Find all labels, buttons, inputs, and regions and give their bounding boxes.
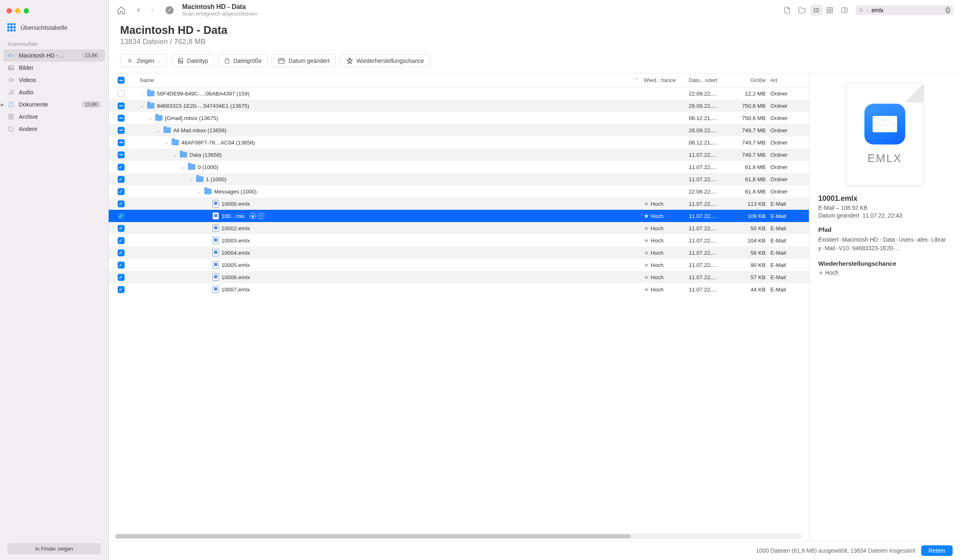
home-button[interactable] [115, 4, 127, 16]
svg-point-6 [12, 93, 13, 94]
column-header-date[interactable]: Datu…ndert [689, 77, 730, 83]
table-row[interactable]: ✓10003.emlx★ Hoch11.07.22,…104 KBE-Mail [109, 234, 809, 247]
drive-icon [7, 52, 15, 59]
disclosure-triangle[interactable]: ⌄ [148, 116, 153, 120]
table-row[interactable]: ✓⌄1 (1000)11.07.22,…61,8 MBOrdner [109, 173, 809, 185]
grid-view-button[interactable] [824, 4, 836, 16]
table-row[interactable]: ✓10006.emlx★ Hoch11.07.22,…57 KBE-Mail [109, 271, 809, 283]
row-checkbox[interactable] [118, 127, 125, 134]
table-row[interactable]: ✓10007.emlx★ Hoch11.07.22,…44 KBE-Mail [109, 283, 809, 296]
disclosure-triangle[interactable]: ⌄ [156, 128, 161, 133]
recover-button[interactable]: Retten [921, 545, 953, 556]
table-row[interactable]: ⌄94683323-1E20-…547434E1 (13675)26.09.22… [109, 100, 809, 112]
disclosure-triangle[interactable]: ⌄ [181, 165, 185, 169]
row-checkbox[interactable]: ✓ [118, 200, 125, 207]
row-checkbox[interactable]: ✓ [118, 225, 125, 232]
column-header-type[interactable]: Art [770, 77, 803, 83]
mail-file-icon [212, 261, 219, 269]
disclosure-triangle[interactable]: ⌄ [172, 153, 177, 157]
search-field[interactable]: ✕ [855, 5, 953, 15]
svg-point-27 [130, 61, 131, 62]
path-breadcrumb: Existiert›Macintosh HD - Data›Users›alex… [818, 236, 951, 253]
svg-point-26 [129, 60, 129, 60]
folder-icon [155, 115, 163, 121]
clear-search-button[interactable]: ✕ [945, 7, 950, 13]
filesize-filter-button[interactable]: Dateigröße [218, 54, 268, 67]
minimize-window-button[interactable] [15, 8, 20, 13]
file-icon [177, 57, 184, 64]
row-checkbox[interactable] [118, 139, 125, 146]
hex-icon[interactable]: # [258, 213, 264, 219]
table-row[interactable]: ✓10004.emlx★ Hoch11.07.22,…56 KBE-Mail [109, 247, 809, 259]
file-name: 10003.emlx [221, 238, 250, 244]
sidebar-item-doc[interactable]: ▶Dokumente13,8K [3, 98, 105, 111]
row-checkbox[interactable]: ✓ [118, 213, 125, 220]
disclosure-triangle[interactable]: ⌄ [140, 104, 145, 108]
archive-icon [7, 113, 15, 120]
overview-button[interactable]: Übersichtstabelle [0, 20, 108, 35]
file-name: 10006.emlx [221, 274, 250, 280]
filetype-filter-button[interactable]: Dateityp [171, 54, 214, 67]
column-header-size[interactable]: Größe [730, 77, 770, 83]
new-file-button[interactable] [781, 4, 793, 16]
back-button[interactable] [132, 4, 145, 16]
table-row[interactable]: ✓⌄0 (1000)11.07.22,…61,8 MBOrdner [109, 161, 809, 173]
status-indicator: ✓ [163, 4, 176, 16]
row-checkbox[interactable]: ✓ [118, 262, 125, 269]
sidebar-item-drive[interactable]: Macintosh HD -…13,8K [3, 49, 105, 62]
table-row[interactable]: ⌄[Gmail].mbox (13675)06.12.21,…750,6 MBO… [109, 112, 809, 124]
close-window-button[interactable] [7, 8, 12, 13]
svg-point-29 [179, 60, 180, 61]
table-row[interactable]: ✓100…mlx◉#★ Hoch11.07.22,…109 KBE-Mail [109, 210, 809, 222]
sidebar-item-label: Archive [19, 113, 101, 120]
column-header-chance[interactable]: Wied…hance [644, 77, 689, 83]
disclosure-triangle[interactable]: ⌄ [189, 177, 194, 182]
sidebar-item-image[interactable]: Bilder [3, 62, 105, 74]
row-checkbox[interactable] [118, 90, 125, 97]
row-checkbox[interactable]: ✓ [118, 164, 125, 171]
row-checkbox[interactable] [118, 151, 125, 158]
maximize-window-button[interactable] [24, 8, 29, 13]
star-icon: ★ [644, 262, 649, 268]
other-icon [7, 125, 15, 133]
search-input[interactable] [871, 7, 943, 13]
row-checkbox[interactable]: ✓ [118, 274, 125, 281]
list-view-button[interactable] [810, 4, 823, 16]
show-in-finder-button[interactable]: In Finder zeigen [7, 543, 101, 554]
select-all-checkbox[interactable] [118, 77, 125, 84]
table-row[interactable]: ✓10000.emlx★ Hoch11.07.22,…113 KBE-Mail [109, 198, 809, 210]
horizontal-scrollbar[interactable] [115, 533, 802, 539]
disclosure-triangle[interactable]: ⌄ [164, 140, 169, 145]
scan-status: Scan erfolgreich abgeschlossen [182, 11, 776, 17]
row-checkbox[interactable] [118, 115, 125, 122]
row-checkbox[interactable]: ✓ [118, 188, 125, 195]
sidebar-item-archive[interactable]: Archive [3, 111, 105, 123]
show-filter-button[interactable]: Zeigen ⌄ [120, 54, 167, 67]
table-row[interactable]: ✓10002.emlx★ Hoch11.07.22,…50 KBE-Mail [109, 222, 809, 234]
folder-button[interactable] [796, 4, 808, 16]
row-checkbox[interactable]: ✓ [118, 237, 125, 244]
row-checkbox[interactable]: ✓ [118, 286, 125, 293]
column-header-name[interactable]: Name⌃ [133, 77, 644, 83]
table-row[interactable]: ⌄All Mail.mbox (13658)26.09.22,…749,7 MB… [109, 124, 809, 136]
row-checkbox[interactable] [118, 102, 125, 109]
row-checkbox[interactable]: ✓ [118, 176, 125, 183]
sidebar-item-video[interactable]: Videos [3, 74, 105, 86]
document-icon [224, 57, 230, 64]
table-row[interactable]: ⌄Data (13658)11.07.22,…749,7 MBOrdner [109, 149, 809, 161]
recovery-chance-filter-button[interactable]: Wiederherstellungschance [340, 54, 430, 67]
disclosure-triangle[interactable]: ⌄ [197, 189, 202, 194]
preview-icon[interactable]: ◉ [250, 213, 256, 219]
table-row[interactable]: ✓10005.emlx★ Hoch11.07.22,…90 KBE-Mail [109, 259, 809, 271]
doc-icon [7, 101, 15, 108]
sidebar-item-audio[interactable]: Audio [3, 86, 105, 98]
disclosure-triangle[interactable]: › [140, 91, 145, 96]
row-checkbox[interactable]: ✓ [118, 249, 125, 256]
toggle-sidebar-button[interactable] [838, 4, 851, 16]
date-filter-button[interactable]: Datum geändert [272, 54, 335, 67]
file-name: 1 (1000) [206, 176, 226, 182]
table-row[interactable]: ✓⌄Messages (1000)22.09.22,…61,8 MBOrdner [109, 185, 809, 198]
table-row[interactable]: ›56F4DE99-649C-…06ABA4397 (159)22.09.22,… [109, 87, 809, 100]
sidebar-item-other[interactable]: Andere [3, 123, 105, 135]
table-row[interactable]: ⌄48AF08F7-78…AC04 (13658)06.12.21,…749,7… [109, 136, 809, 149]
